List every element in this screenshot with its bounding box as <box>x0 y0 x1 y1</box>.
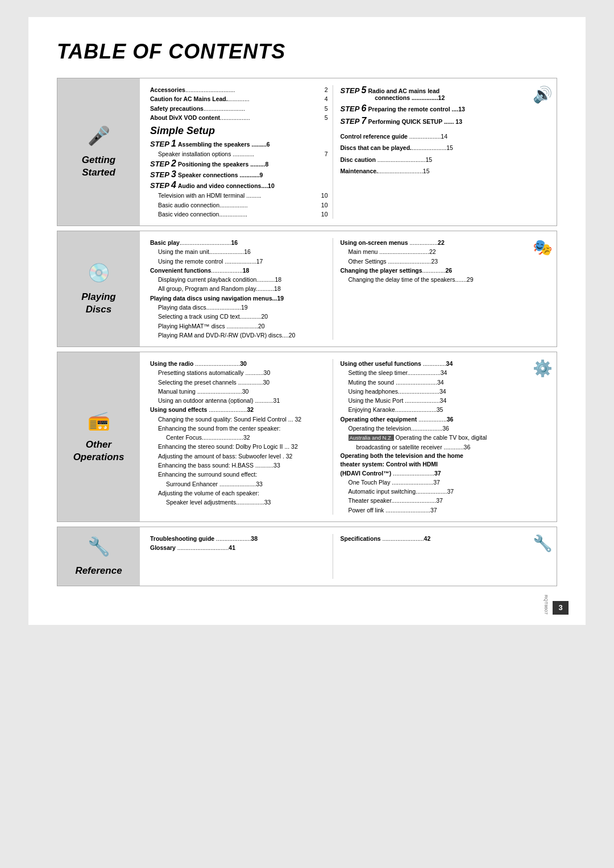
settings-icon: ⚙️ <box>533 359 553 378</box>
toc-disc-caution: Disc caution ...........................… <box>341 155 518 164</box>
toc-control-ref: Control reference guide ................… <box>341 132 518 141</box>
toc-auto-input: Automatic input switching...............… <box>341 487 518 496</box>
toc-center-focus: Center Focus.........................32 <box>150 433 328 442</box>
toc-basic-video: Basic video connection.................1… <box>150 210 328 219</box>
toc-discs-played: Discs that can be played................… <box>341 143 518 152</box>
toc-karaoke: Enjoying Karaoke........................… <box>341 405 518 414</box>
toc-highmat: Playing HighMAT™ discs .................… <box>150 322 328 331</box>
toc-onscreen: Using on-screen menus .................2… <box>341 238 518 247</box>
toc-hbass: Enhancing the bass sound: H.BASS .......… <box>150 461 328 470</box>
section-content-getting-started: Accessories.............................… <box>140 78 528 226</box>
toc-convenient: Convenient functions...................1… <box>150 266 328 275</box>
doc-code: RQT8607 <box>544 595 549 615</box>
tools-icon: 🔧 <box>533 534 553 553</box>
radio-icon: 📻 <box>88 410 110 431</box>
left-col-playing-discs: Basic play..............................… <box>146 238 333 340</box>
step2-line: STEP 2 Positioning the speakers ........… <box>150 158 328 169</box>
disc-icon-right: 🎭 <box>533 238 553 257</box>
left-col-reference: Troubleshooting guide ..................… <box>146 534 333 579</box>
toc-presetting: Presetting stations automatically ......… <box>150 368 328 377</box>
section-left-other-operations: 📻 OtherOperations <box>57 352 140 521</box>
toc-cd-text: Selecting a track using CD text.........… <box>150 312 328 321</box>
section-other-operations: 📻 OtherOperations Using the radio ......… <box>57 352 557 522</box>
section-left-getting-started: 🎤 GettingStarted <box>57 78 140 226</box>
toc-safety: Safety precautions......................… <box>150 104 328 113</box>
toc-troubleshooting: Troubleshooting guide ..................… <box>150 534 328 543</box>
toc-main-menu: Main menu ..............................… <box>341 247 518 256</box>
left-col-getting-started: Accessories.............................… <box>146 85 333 219</box>
toc-muting: Muting the sound .......................… <box>341 378 518 387</box>
section-label-other-operations: OtherOperations <box>73 439 125 464</box>
toc-delay-time: Changing the delay time of the speakers.… <box>341 275 518 284</box>
section-label-getting-started: GettingStarted <box>82 154 116 179</box>
toc-manual-tuning: Manual tuning ..........................… <box>150 387 328 396</box>
step3-line: STEP 3 Speaker connections ............ … <box>150 169 328 180</box>
toc-preset-channels: Selecting the preset channels ..........… <box>150 378 328 387</box>
section-right-icon-getting-started: 🔊 <box>528 78 557 226</box>
section-right-icon-playing-discs: 🎭 <box>528 231 557 347</box>
toc-remote: Using the remote control ...............… <box>150 257 328 266</box>
toc-sound-quality: Changing the sound quality: Sound Field … <box>150 415 328 424</box>
section-getting-started: 🎤 GettingStarted Accessories............… <box>57 78 557 226</box>
toc-speaker-vol: Adjusting the volume of each speaker: <box>150 489 328 498</box>
toc-theater-control: theater system: Control with HDMI <box>341 460 518 469</box>
toc-divx: About DivX VOD content..................… <box>150 113 328 122</box>
toc-center-speaker: Enhancing the sound from the center spea… <box>150 424 328 433</box>
toc-music-port: Using the Music Port ...................… <box>341 396 518 405</box>
toc-allgroup: All group, Program and Random play......… <box>150 284 328 293</box>
toc-speaker-install: Speaker installation options ...........… <box>150 149 328 158</box>
toc-both-tv-home: Operating both the television and the ho… <box>341 452 518 460</box>
toc-speaker-level: Speaker level adjustments...............… <box>150 498 328 507</box>
toc-caution: Caution for AC Mains Lead..............4 <box>150 94 328 103</box>
disc-icon: 💿 <box>88 262 110 283</box>
toc-one-touch: One Touch Play .........................… <box>341 478 518 487</box>
page-number-badge: 3 <box>553 601 569 615</box>
section-content-playing-discs: Basic play..............................… <box>140 231 528 347</box>
step5-line: STEP 5 Radio and AC mains lead connectio… <box>341 85 518 101</box>
section-content-other-operations: Using the radio ........................… <box>140 352 528 521</box>
section-right-icon-reference: 🔧 <box>528 527 557 586</box>
subtitle-simple-setup: Simple Setup <box>150 125 328 137</box>
toc-specs: Specifications .........................… <box>341 534 518 543</box>
toc-display-playback: Displaying current playback condition...… <box>150 275 328 284</box>
left-col-other-ops: Using the radio ........................… <box>146 359 333 515</box>
step4-line: STEP 4 Audio and video connections....10 <box>150 180 328 190</box>
toc-player-settings: Changing the player settings............… <box>341 266 518 275</box>
section-left-reference: 🔧 Reference <box>57 527 140 586</box>
aus-nz-badge: Australia and N.Z. <box>349 435 394 441</box>
step7-line: STEP 7 Performing QUICK SETUP ...... 13 <box>341 116 518 126</box>
right-col-playing-discs: Using on-screen menus .................2… <box>336 238 523 340</box>
toc-outdoor-antenna: Using an outdoor antenna (optional) ....… <box>150 396 328 405</box>
toc-other-equipment: Operating other equipment ..............… <box>341 415 518 424</box>
microphone-icon: 🎤 <box>88 125 110 147</box>
toc-other-settings: Other Settings .........................… <box>341 257 518 266</box>
section-reference: 🔧 Reference Troubleshooting guide ......… <box>57 527 557 586</box>
toc-tv-hdmi: Television with an HDMI terminal .......… <box>150 191 328 200</box>
toc-subwoofer: Adjusting the amount of bass: Subwoofer … <box>150 452 328 461</box>
speaker-icon: 🔊 <box>533 85 553 104</box>
right-col-other-ops: Using other useful functions ...........… <box>336 359 523 515</box>
toc-hdavi: (HDAVI Control™) .......................… <box>341 469 518 478</box>
toc-using-radio: Using the radio ........................… <box>150 359 328 368</box>
toc-dolby: Enhancing the stereo sound: Dolby Pro Lo… <box>150 442 328 451</box>
section-right-icon-other-ops: ⚙️ <box>528 352 557 521</box>
step6-line: STEP 6 Preparing the remote control ....… <box>341 103 518 114</box>
toc-power-off: Power off link .........................… <box>341 506 518 515</box>
toc-glossary: Glossary ...............................… <box>150 543 328 552</box>
toc-maintenance: Maintenance............................1… <box>341 166 518 176</box>
toc-useful-functions: Using other useful functions ...........… <box>341 359 518 368</box>
toc-sound-effects: Using sound effects ....................… <box>150 405 328 414</box>
page: TABLE OF CONTENTS 🎤 GettingStarted Acces… <box>28 17 586 625</box>
right-col-getting-started: STEP 5 Radio and AC mains lead connectio… <box>336 85 523 219</box>
toc-dvd-vr: Playing RAM and DVD-R/-RW (DVD-VR) discs… <box>150 331 328 340</box>
section-label-reference: Reference <box>75 565 122 577</box>
toc-theater-speaker: Theater speaker.........................… <box>341 496 518 505</box>
section-content-reference: Troubleshooting guide ..................… <box>140 527 528 586</box>
toc-playing-data: Playing data discs using navigation menu… <box>150 294 328 303</box>
page-title: TABLE OF CONTENTS <box>57 40 557 64</box>
section-left-playing-discs: 💿 PlayingDiscs <box>57 231 140 347</box>
section-label-playing-discs: PlayingDiscs <box>81 291 115 316</box>
toc-headphones: Using headphones........................… <box>341 387 518 396</box>
toc-operating-tv: Operating the television................… <box>341 424 518 433</box>
right-col-reference: Specifications .........................… <box>336 534 523 579</box>
